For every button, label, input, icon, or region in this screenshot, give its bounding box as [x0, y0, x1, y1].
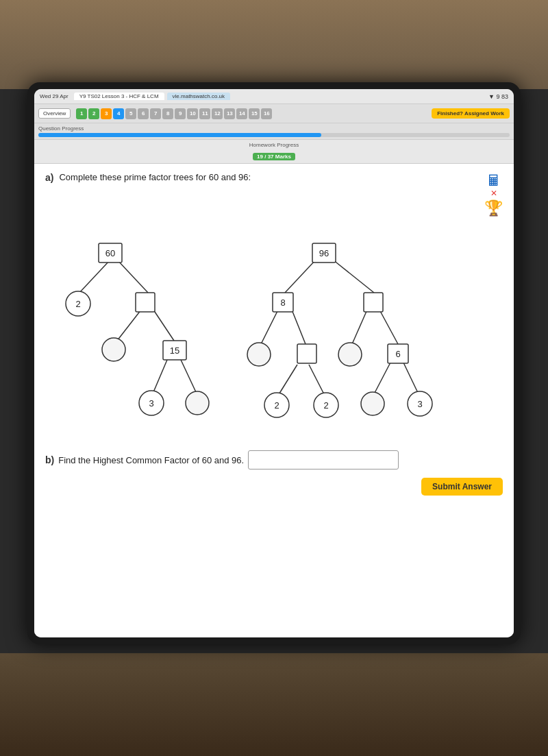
prog-15[interactable]: 15 — [249, 108, 260, 119]
prog-12[interactable]: 12 — [212, 108, 223, 119]
background-bottom — [0, 653, 548, 756]
svg-line-25 — [374, 361, 391, 394]
svg-text:2: 2 — [75, 299, 80, 309]
prog-6[interactable]: 6 — [138, 108, 149, 119]
tree-96: 96 8 — [223, 224, 436, 439]
prog-7[interactable]: 7 — [150, 108, 161, 119]
node-2-left: 2 — [66, 291, 90, 316]
svg-rect-10 — [136, 293, 155, 312]
svg-text:2: 2 — [323, 400, 328, 411]
progress-fill — [38, 133, 321, 137]
prog-9[interactable]: 9 — [175, 108, 186, 119]
svg-text:15: 15 — [170, 345, 179, 356]
node-60: 60 — [99, 243, 122, 263]
svg-point-41 — [361, 392, 384, 415]
node-3-right: 3 — [408, 391, 432, 416]
tool-icons: 🖩 ✕ 🏆 — [484, 172, 503, 217]
node-6: 6 — [388, 344, 408, 363]
svg-text:2: 2 — [274, 400, 279, 411]
submit-button[interactable]: Submit Answer — [421, 478, 503, 496]
node-empty-sq-1[interactable] — [136, 293, 155, 312]
question-progress-label: Question Progress — [38, 125, 510, 132]
part-b-label: b) — [45, 454, 54, 465]
svg-point-16 — [186, 391, 209, 415]
svg-text:8: 8 — [280, 297, 285, 308]
svg-line-18 — [333, 260, 374, 293]
svg-line-17 — [285, 260, 316, 293]
tab-bar: Y9 TS02 Lesson 3 - HCF & LCM vle.mathswa… — [74, 93, 488, 100]
prog-2[interactable]: 2 — [88, 108, 99, 119]
svg-line-26 — [403, 361, 419, 394]
second-tab[interactable]: vle.mathswatch.co.uk — [167, 93, 230, 100]
svg-point-38 — [338, 343, 362, 366]
question-progress-section: Question Progress — [34, 123, 514, 140]
node-2-a: 2 — [264, 393, 289, 417]
svg-text:3: 3 — [149, 398, 153, 409]
part-a-text: Complete these prime factor trees for 60… — [59, 172, 479, 182]
node-8: 8 — [273, 293, 293, 312]
node-empty-ci-1[interactable] — [102, 338, 125, 361]
node-3: 3 — [139, 391, 164, 415]
node-empty-sq-8-right[interactable] — [297, 344, 316, 363]
svg-line-21 — [278, 365, 297, 395]
nav-bar: Overview 1 2 3 4 5 6 7 8 9 10 11 12 13 1… — [34, 104, 514, 123]
prog-14[interactable]: 14 — [236, 108, 247, 119]
svg-text:3: 3 — [417, 399, 422, 409]
close-icon[interactable]: ✕ — [490, 188, 497, 198]
svg-point-32 — [247, 343, 271, 366]
part-a-label: a) — [45, 172, 53, 183]
wifi-indicator: ▼ 9 83 — [488, 93, 508, 100]
prog-1[interactable]: 1 — [76, 108, 87, 119]
prog-3[interactable]: 3 — [101, 108, 112, 119]
top-bar: Wed 29 Apr Y9 TS02 Lesson 3 - HCF & LCM … — [34, 89, 514, 104]
svg-text:96: 96 — [319, 248, 329, 258]
node-empty-ci-8-left[interactable] — [247, 343, 271, 366]
prog-11[interactable]: 11 — [199, 108, 210, 119]
part-b-text: Find the Highest Common Factor of 60 and… — [58, 455, 244, 465]
svg-line-24 — [379, 310, 398, 344]
svg-line-23 — [352, 310, 367, 344]
background-top — [0, 0, 548, 89]
progress-track — [38, 133, 510, 137]
overview-button[interactable]: Overview — [38, 108, 71, 119]
prog-16[interactable]: 16 — [261, 108, 272, 119]
prog-8[interactable]: 8 — [162, 108, 173, 119]
node-empty-sq-96[interactable] — [364, 293, 383, 312]
tree-60-svg: 60 2 — [52, 224, 203, 437]
main-content: a) Complete these prime factor trees for… — [34, 164, 514, 637]
svg-text:60: 60 — [105, 248, 115, 258]
prog-10[interactable]: 10 — [187, 108, 198, 119]
svg-line-4 — [153, 360, 167, 392]
prog-5[interactable]: 5 — [125, 108, 136, 119]
prog-4[interactable]: 4 — [113, 108, 124, 119]
tree-96-svg: 96 8 — [223, 224, 436, 437]
node-empty-ci-right-left[interactable] — [338, 343, 362, 366]
submit-row: Submit Answer — [45, 478, 503, 496]
svg-rect-31 — [364, 293, 383, 312]
node-empty-ci-2[interactable] — [186, 391, 209, 415]
svg-line-0 — [79, 260, 110, 293]
answer-input[interactable] — [248, 450, 399, 470]
time-display: Wed 29 Apr — [40, 93, 68, 99]
svg-line-20 — [292, 310, 306, 344]
progress-numbers: 1 2 3 4 5 6 7 8 9 10 11 12 13 14 15 16 — [76, 108, 272, 119]
svg-line-1 — [117, 260, 148, 293]
svg-point-11 — [102, 338, 125, 361]
node-96: 96 — [312, 243, 336, 263]
prog-13[interactable]: 13 — [224, 108, 235, 119]
finish-button[interactable]: Finished? Assigned Work — [432, 108, 510, 119]
node-2-b: 2 — [314, 393, 338, 417]
svg-line-19 — [261, 310, 278, 344]
svg-rect-33 — [297, 344, 316, 363]
tablet-frame: Wed 29 Apr Y9 TS02 Lesson 3 - HCF & LCM … — [27, 82, 521, 644]
node-15: 15 — [163, 341, 186, 360]
node-empty-ci-6-left[interactable] — [361, 392, 384, 415]
svg-text:6: 6 — [395, 349, 400, 359]
svg-line-3 — [153, 310, 174, 341]
svg-line-2 — [117, 310, 141, 341]
homework-progress-section: Homework Progress 19 / 37 Marks — [34, 140, 514, 164]
active-tab[interactable]: Y9 TS02 Lesson 3 - HCF & LCM — [74, 93, 164, 100]
screen: Wed 29 Apr Y9 TS02 Lesson 3 - HCF & LCM … — [34, 89, 514, 637]
calculator-icon[interactable]: 🖩 — [486, 172, 501, 190]
homework-progress-badge: 19 / 37 Marks — [253, 153, 295, 160]
